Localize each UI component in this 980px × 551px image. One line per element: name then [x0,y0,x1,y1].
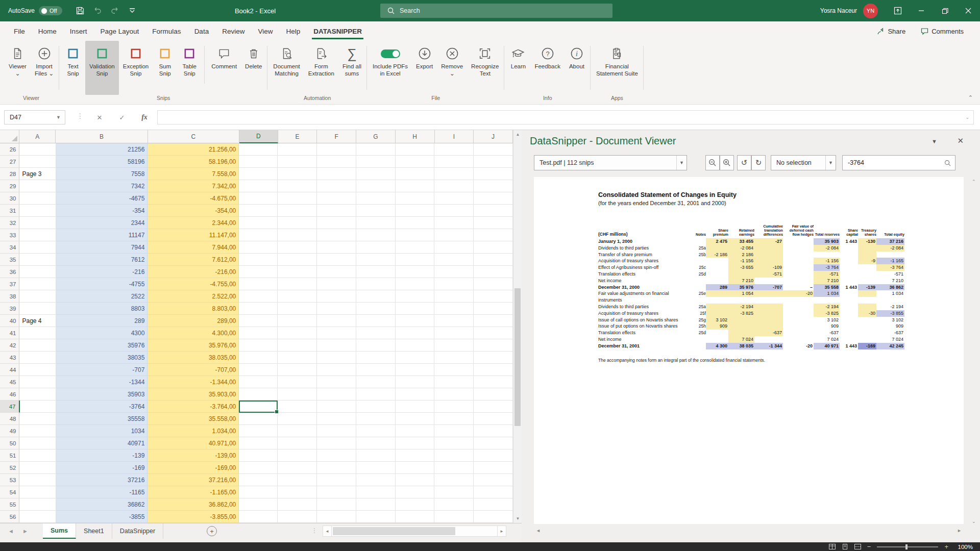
cell-I32[interactable] [434,217,474,229]
minimize-button[interactable] [910,0,933,21]
cell-E38[interactable] [278,290,317,303]
cell-J55[interactable] [474,498,513,511]
cell-A49[interactable] [19,425,56,437]
cell-D28[interactable] [239,168,278,180]
pdf-snip-cell[interactable]: -571 [754,271,783,278]
viewer-button[interactable]: Viewer⌄ [5,41,31,95]
cell-E55[interactable] [278,498,317,511]
avatar[interactable]: YN [863,4,878,18]
pdf-snip-cell[interactable]: 33 455 [728,238,754,245]
cell-I45[interactable] [434,376,474,388]
pdf-snip-cell[interactable]: 3 102 [706,317,728,323]
row-header-39[interactable]: 39 [0,303,19,315]
export-button[interactable]: Export [412,41,437,95]
cell-E47[interactable] [278,400,317,413]
cell-B40[interactable]: 289 [56,315,148,327]
cell-C51[interactable]: -139,00 [148,449,239,462]
cell-H33[interactable] [396,229,435,241]
pdf-snip-cell[interactable]: -3 655 [728,264,754,271]
pdf-snip-cell[interactable]: 35 558 [814,284,840,291]
row-header-30[interactable]: 30 [0,192,19,205]
cell-I37[interactable] [434,278,474,290]
cell-C43[interactable]: 38.035,00 [148,352,239,364]
cell-G29[interactable] [356,180,396,192]
cell-F34[interactable] [317,241,356,254]
cell-J28[interactable] [474,168,513,180]
pdf-snip-cell[interactable] [754,245,783,252]
pdf-snip-cell[interactable]: -109 [754,264,783,271]
pdf-snip-cell[interactable]: 1 054 [728,290,754,297]
cell-I46[interactable] [434,388,474,400]
insert-function-button[interactable]: fx [136,110,153,124]
cell-E50[interactable] [278,437,317,449]
cell-B49[interactable]: 1034 [56,425,148,437]
cell-A29[interactable] [19,180,56,192]
cell-H37[interactable] [396,278,435,290]
cell-F50[interactable] [317,437,356,449]
cell-B54[interactable]: -1165 [56,486,148,498]
cell-F36[interactable] [317,266,356,278]
pdf-snip-cell[interactable]: 35 903 [814,238,840,245]
tab-page-layout[interactable]: Page Layout [94,21,146,41]
column-header-A[interactable]: A [19,130,56,143]
document-vertical-scrollbar[interactable]: ⌃ ⌄ [969,179,977,524]
sheet-tab-sheet1[interactable]: Sheet1 [76,523,112,539]
form-extraction-button[interactable]: FormExtraction [304,41,338,95]
cell-D51[interactable] [239,449,278,462]
cell-A27[interactable] [19,156,56,168]
snip-selection-dropdown[interactable]: No selection ▼ [771,155,836,170]
pdf-snip-cell[interactable]: -571 [814,271,840,278]
search-input[interactable]: Search [380,4,612,18]
cell-J46[interactable] [474,388,513,400]
cell-B53[interactable]: 37216 [56,474,148,486]
zoom-out-document-button[interactable] [705,155,720,170]
cell-B38[interactable]: 2522 [56,290,148,303]
cell-G39[interactable] [356,303,396,315]
pdf-snip-cell[interactable]: -27 [754,238,783,245]
cell-J51[interactable] [474,449,513,462]
cell-A53[interactable] [19,474,56,486]
column-header-D[interactable]: D [239,130,278,143]
pdf-snip-cell[interactable]: -1 156 [814,258,840,264]
cell-J50[interactable] [474,437,513,449]
pdf-snip-cell[interactable]: -2 186 [706,252,728,258]
cell-B34[interactable]: 7944 [56,241,148,254]
cell-E26[interactable] [278,143,317,156]
cell-F26[interactable] [317,143,356,156]
cell-I56[interactable] [434,511,474,523]
pdf-snip-cell[interactable]: 38 035 [728,343,754,349]
cell-F30[interactable] [317,192,356,205]
cell-B45[interactable]: -1344 [56,376,148,388]
cell-H26[interactable] [396,143,435,156]
cell-D46[interactable] [239,388,278,400]
pdf-snip-cell[interactable] [728,323,754,330]
pdf-snip-cell[interactable]: -3 825 [814,310,840,317]
cell-E40[interactable] [278,315,317,327]
tab-insert[interactable]: Insert [63,21,94,41]
cell-C38[interactable]: 2.522,00 [148,290,239,303]
cell-F29[interactable] [317,180,356,192]
cell-J30[interactable] [474,192,513,205]
cell-B37[interactable]: -4755 [56,278,148,290]
cell-F37[interactable] [317,278,356,290]
rotate-left-button[interactable]: ↺ [737,155,751,170]
pdf-snip-cell[interactable]: -139 [858,284,876,291]
cell-A43[interactable] [19,352,56,364]
column-header-G[interactable]: G [356,130,396,143]
cell-J32[interactable] [474,217,513,229]
cell-E36[interactable] [278,266,317,278]
cell-D55[interactable] [239,498,278,511]
cell-D36[interactable] [239,266,278,278]
cell-C32[interactable]: 2.344,00 [148,217,239,229]
cell-I55[interactable] [434,498,474,511]
cell-F45[interactable] [317,376,356,388]
new-sheet-button[interactable]: + [207,526,217,536]
cell-F53[interactable] [317,474,356,486]
cell-B36[interactable]: -216 [56,266,148,278]
cell-B41[interactable]: 4300 [56,327,148,339]
vertical-scrollbar[interactable]: ▲ ▼ [513,130,522,523]
pdf-snip-cell[interactable]: -3 764 [814,264,840,271]
cell-C34[interactable]: 7.944,00 [148,241,239,254]
cell-E56[interactable] [278,511,317,523]
sum-snip-button[interactable]: SumSnip [153,41,177,95]
